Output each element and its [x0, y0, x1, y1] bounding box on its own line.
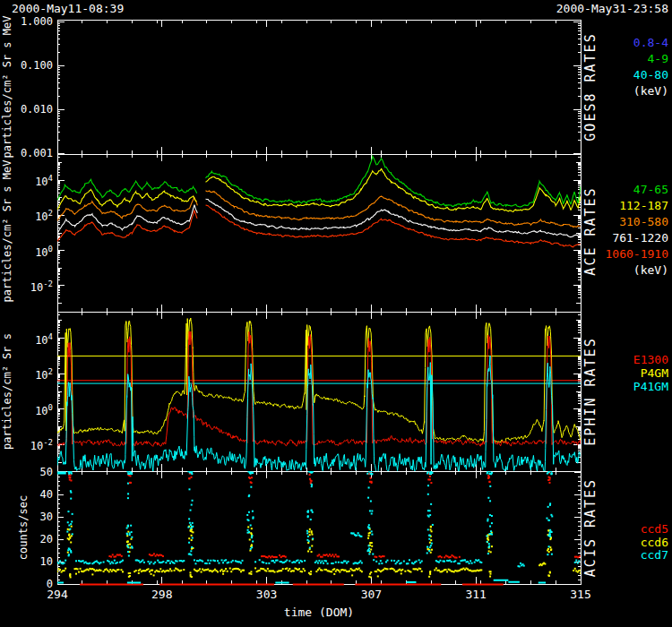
y-axis-label-ephin: particles/cm² Sr s [1, 333, 13, 450]
y-tick-label-acis: 40 [6, 488, 53, 501]
panel-acis-border [57, 471, 581, 584]
acis-bottom-red-segment [80, 584, 143, 586]
ace-series [57, 205, 581, 247]
acis-bottom-cyan-segment [508, 581, 520, 583]
acis-bottom-cyan-segment [406, 581, 416, 583]
acis-bottom-red-segment [462, 584, 504, 586]
panel-ephin-border [57, 312, 581, 471]
legend-entry-goes8: 4-9 [570, 53, 668, 65]
y-tick-label-acis: 30 [6, 511, 53, 523]
y-tick-label-acis: 20 [6, 533, 53, 545]
acis-bottom-red-segment [293, 584, 344, 586]
ephin-series [57, 331, 581, 447]
legend-entry-ace: 47-65 [570, 184, 668, 196]
x-tick-label: 307 [344, 588, 398, 601]
ace-series [57, 157, 581, 208]
y-tick-label-acis: 10 [6, 555, 53, 568]
acis-bottom-cyan-segment [57, 582, 64, 584]
legend-entry-goes8: 0.8-4 [570, 37, 668, 49]
x-tick-label: 303 [240, 588, 294, 601]
acis-bottom-cyan-segment [494, 580, 509, 581]
x-tick-label: 294 [30, 588, 84, 601]
acis-top-cyan-segment [57, 472, 66, 475]
x-axis-title: time (DOM) [265, 606, 373, 619]
legend-entry-acis: ccd6 [570, 537, 668, 549]
legend-entry-ace: 112-187 [570, 200, 668, 212]
legend-entry-ephin: P41GM [570, 381, 668, 393]
legend-entry-acis: ccd7 [570, 549, 668, 562]
legend-entry-ace: 310-580 [570, 216, 668, 228]
acis-bottom-cyan-segment [275, 582, 289, 584]
acis-bottom-red-segment [159, 584, 274, 586]
legend-entry-ace: 1060-1910 [570, 248, 668, 261]
y-axis-label-acis: counts/sec [17, 495, 30, 560]
acis-bottom-cyan-segment [538, 582, 546, 584]
y-axis-label-ace: particles/cm² Sr s MeV [1, 160, 13, 303]
legend-entry-ace: 761-1220 [570, 232, 668, 245]
legend-entry-acis: ccd5 [570, 523, 668, 536]
legend-entry-goes8: (keV) [570, 85, 668, 98]
acis-bottom-cyan-segment [127, 582, 141, 584]
x-tick-label: 315 [554, 588, 607, 601]
y-tick-label-acis: 50 [6, 466, 53, 478]
legend-entry-goes8: 40-80 [570, 69, 668, 82]
legend-entry-ace: (keV) [570, 264, 668, 277]
panel-goes8-border [57, 20, 581, 154]
ephin-series [57, 356, 581, 474]
y-axis-label-goes8: particles/cm² Sr s MeV [1, 16, 13, 159]
x-tick-label: 311 [449, 588, 503, 601]
plot-root: 2000-May11-08:39 2000-May31-23:58 1.0000… [0, 0, 672, 627]
panel-ace-border [57, 154, 581, 312]
acis-bottom-red-segment [355, 584, 441, 586]
legend-entry-ephin: E1300 [570, 354, 668, 366]
legend-entry-ephin: P4GM [570, 367, 668, 380]
x-tick-label: 298 [135, 588, 189, 601]
